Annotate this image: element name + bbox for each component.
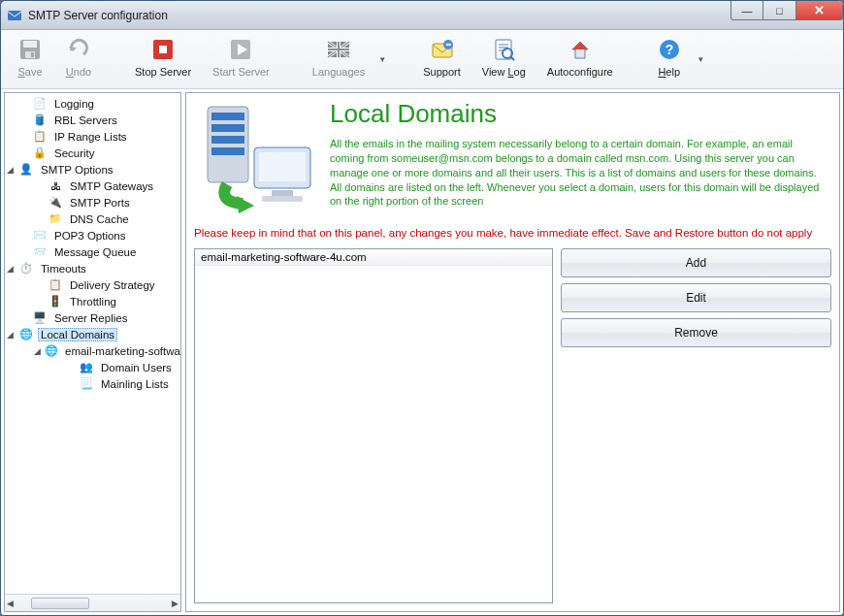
svg-rect-22 [211,113,244,120]
warning-text: Please keep in mind that on this panel, … [186,223,839,244]
scroll-thumb[interactable] [31,598,89,609]
tree-item-msg-queue[interactable]: 📨Message Queue [5,243,180,260]
stop-server-button[interactable]: Stop Server [127,34,199,84]
tree-item-smtp-ports[interactable]: 🔌SMTP Ports [5,194,180,211]
tree-item-smtp-options[interactable]: ◢👤SMTP Options [5,161,180,178]
rbl-icon: 🛢️ [32,113,48,128]
start-server-button[interactable]: Start Server [205,34,277,84]
svg-rect-24 [211,136,244,144]
tree-item-smtp-gateways[interactable]: 🖧SMTP Gateways [5,178,180,194]
add-button[interactable]: Add [561,248,831,277]
expander-icon[interactable]: ◢ [34,346,41,356]
hero-text: Local Domains All the emails in the mail… [330,99,829,215]
ports-icon: 🔌 [48,195,63,211]
action-buttons: Add Edit Remove [561,248,831,603]
logging-icon: 📄 [32,96,48,112]
maximize-button[interactable]: □ [763,1,796,20]
body: 📄Logging 🛢️RBL Servers 📋IP Range Lists 🔒… [1,89,843,615]
gateways-icon: 🖧 [48,178,63,194]
tree-item-server-replies[interactable]: 🖥️Server Replies [5,309,180,326]
pop3-icon: ✉️ [32,228,48,243]
list-item[interactable]: email-marketing-software-4u.com [195,249,552,266]
domain-panel: email-marketing-software-4u.com Add Edit… [186,244,839,611]
close-icon: ✕ [814,3,825,17]
domain-users-icon: 👥 [79,360,94,375]
app-window: SMTP Server configuration — □ ✕ Save Und… [0,0,844,616]
maximize-icon: □ [776,5,783,16]
save-label: Save [17,66,42,78]
stop-server-label: Stop Server [135,66,191,78]
stop-server-icon [149,36,177,63]
start-server-icon [227,36,254,63]
view-log-icon [490,36,517,63]
sidebar-hscrollbar[interactable]: ◀ ▶ [5,594,180,611]
languages-icon [325,36,352,63]
tree-item-delivery-strategy[interactable]: 📋Delivery Strategy [5,276,180,293]
expander-icon[interactable]: ◢ [5,330,15,340]
autoconfigure-button[interactable]: Autoconfigure [539,34,621,84]
svg-text:?: ? [665,42,673,57]
undo-icon [65,36,92,63]
undo-label: Undo [66,66,91,78]
page-title: Local Domains [330,99,829,129]
svg-rect-2 [23,41,37,48]
close-button[interactable]: ✕ [796,1,843,20]
window-title: SMTP Server configuration [28,9,168,22]
svg-point-16 [448,44,451,47]
titlebar[interactable]: SMTP Server configuration — □ ✕ [1,1,843,30]
hero-illustration [196,99,320,215]
help-button[interactable]: ? Help [648,34,691,84]
view-log-button[interactable]: View Log [474,34,534,84]
queue-icon: 📨 [32,244,48,260]
tree-item-timeouts[interactable]: ◢⏱️Timeouts [5,260,180,276]
tree-item-pop3[interactable]: ✉️POP3 Options [5,227,180,243]
scroll-left-icon[interactable]: ◀ [7,599,14,608]
tree-item-security[interactable]: 🔒Security [5,145,180,161]
minimize-icon: — [742,5,753,16]
svg-rect-27 [259,152,306,181]
tree-item-domain-entry[interactable]: ◢🌐email-marketing-software-4u.com [5,342,180,359]
expander-icon[interactable]: ◢ [5,264,15,274]
help-dropdown-icon[interactable]: ▾ [697,54,706,64]
expander-icon[interactable]: ◢ [5,165,15,175]
support-button[interactable]: Support [415,34,469,84]
svg-rect-4 [31,52,34,57]
sidebar: 📄Logging 🛢️RBL Servers 📋IP Range Lists 🔒… [4,92,181,612]
svg-rect-25 [211,147,244,155]
throttling-icon: 🚦 [48,294,63,309]
start-server-label: Start Server [212,66,270,78]
app-icon [7,8,22,23]
smtp-options-icon: 👤 [18,162,34,178]
languages-dropdown-icon[interactable]: ▾ [378,54,388,64]
hero: Local Domains All the emails in the mail… [186,93,839,223]
undo-button[interactable]: Undo [57,34,100,84]
tree-item-ip-range[interactable]: 📋IP Range Lists [5,128,180,145]
navigation-tree[interactable]: 📄Logging 🛢️RBL Servers 📋IP Range Lists 🔒… [5,93,180,594]
save-button[interactable]: Save [9,34,51,84]
remove-button[interactable]: Remove [561,318,831,347]
scroll-right-icon[interactable]: ▶ [172,599,179,608]
security-icon: 🔒 [32,146,48,161]
autoconfigure-icon [567,36,594,63]
svg-point-15 [445,44,448,47]
view-log-label: View Log [482,66,526,78]
tree-item-local-domains[interactable]: ◢🌐Local Domains [5,326,180,342]
minimize-button[interactable]: — [730,1,763,20]
languages-label: Languages [312,66,365,78]
domain-list[interactable]: email-marketing-software-4u.com [194,248,553,603]
tree-item-dns-cache[interactable]: 📁DNS Cache [5,211,180,227]
tree-item-mailing-lists[interactable]: 📃Mainling Lists [5,375,180,392]
svg-rect-29 [262,196,303,202]
languages-button[interactable]: Languages [305,34,373,84]
tree-item-throttling[interactable]: 🚦Throttling [5,293,180,309]
support-icon [429,36,456,63]
tree-item-rbl[interactable]: 🛢️RBL Servers [5,112,180,128]
window-controls: — □ ✕ [730,1,843,20]
svg-rect-28 [272,190,293,196]
tree-item-logging[interactable]: 📄Logging [5,95,180,112]
edit-button[interactable]: Edit [561,283,831,312]
svg-rect-6 [159,46,167,53]
mailing-lists-icon: 📃 [79,376,94,392]
page-description: All the emails in the mailing system nec… [330,137,829,209]
tree-item-domain-users[interactable]: 👥Domain Users [5,359,180,375]
